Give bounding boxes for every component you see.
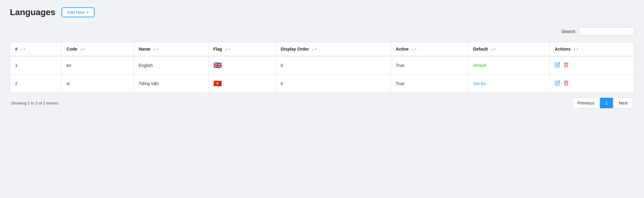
col-header-number: # ▲▼ bbox=[10, 42, 62, 56]
sort-icon-number[interactable]: ▲▼ bbox=[20, 48, 26, 51]
languages-table: # ▲▼ Code ▲▼ Name ▲▼ Flag ▲▼ Display Ord… bbox=[10, 42, 634, 93]
table-row: 1enEnglish🇬🇧0Truedefault bbox=[10, 56, 634, 75]
cell-display-order: 0 bbox=[276, 56, 391, 75]
next-button[interactable]: Next bbox=[614, 98, 633, 108]
cell-flag: 🇬🇧 bbox=[208, 56, 276, 75]
cell-default: default bbox=[468, 56, 550, 75]
sort-icon-active[interactable]: ▲▼ bbox=[411, 48, 417, 51]
col-header-flag: Flag ▲▼ bbox=[208, 42, 276, 56]
cell-active: True bbox=[391, 75, 468, 93]
cell-flag: 🇻🇳 bbox=[208, 75, 276, 93]
edit-icon[interactable] bbox=[555, 62, 560, 69]
col-header-code: Code ▲▼ bbox=[62, 42, 134, 56]
cell-actions bbox=[550, 56, 634, 75]
plus-icon: + bbox=[87, 10, 89, 15]
search-label: Search: bbox=[561, 29, 576, 34]
action-icons bbox=[555, 62, 629, 69]
sort-icon-flag[interactable]: ▲▼ bbox=[224, 48, 231, 51]
set-as-button[interactable]: Set As bbox=[473, 81, 485, 86]
col-header-name: Name ▲▼ bbox=[134, 42, 208, 56]
col-header-default: Default ▲▼ bbox=[468, 42, 550, 56]
action-icons bbox=[555, 80, 629, 87]
cell-number: 2 bbox=[10, 75, 62, 93]
cell-actions bbox=[550, 75, 634, 93]
entries-text: Showing 1 to 2 of 2 entries bbox=[11, 101, 58, 105]
table-footer: Showing 1 to 2 of 2 entries Previous 1 N… bbox=[10, 98, 634, 108]
delete-icon[interactable] bbox=[563, 80, 569, 87]
cell-display-order: 0 bbox=[276, 75, 391, 93]
sort-icon-display-order[interactable]: ▲▼ bbox=[312, 48, 318, 51]
cell-code: vi bbox=[62, 75, 134, 93]
cell-active: True bbox=[391, 56, 468, 75]
search-input[interactable] bbox=[579, 27, 634, 36]
cell-number: 1 bbox=[10, 56, 62, 75]
col-header-actions: Actions ▲▼ bbox=[550, 42, 634, 56]
col-header-active: Active ▲▼ bbox=[391, 42, 468, 56]
sort-icon-actions[interactable]: ▲▼ bbox=[573, 48, 579, 51]
sort-icon-name[interactable]: ▲▼ bbox=[153, 48, 159, 51]
page-header: Languages Add New + bbox=[10, 7, 634, 17]
delete-icon[interactable] bbox=[563, 62, 569, 69]
table-header-row: # ▲▼ Code ▲▼ Name ▲▼ Flag ▲▼ Display Ord… bbox=[10, 42, 634, 56]
search-row: Search: bbox=[10, 25, 634, 38]
flag-icon: 🇻🇳 bbox=[213, 80, 222, 87]
cell-code: en bbox=[62, 56, 134, 75]
cell-name: Tiếng Việt bbox=[134, 75, 208, 93]
default-label: default bbox=[473, 63, 486, 68]
page-1-button[interactable]: 1 bbox=[600, 98, 613, 108]
previous-button[interactable]: Previous bbox=[572, 98, 599, 108]
table-row: 2viTiếng Việt🇻🇳0TrueSet As bbox=[10, 75, 634, 93]
cell-name: English bbox=[134, 56, 208, 75]
sort-icon-code[interactable]: ▲▼ bbox=[80, 48, 86, 51]
cell-default[interactable]: Set As bbox=[468, 75, 550, 93]
add-new-button[interactable]: Add New + bbox=[62, 7, 95, 17]
edit-icon[interactable] bbox=[555, 80, 560, 87]
col-header-display-order: Display Order ▲▼ bbox=[276, 42, 391, 56]
add-new-label: Add New bbox=[67, 10, 85, 15]
pagination: Previous 1 Next bbox=[572, 98, 633, 108]
sort-icon-default[interactable]: ▲▼ bbox=[490, 48, 497, 51]
page-title: Languages bbox=[10, 7, 55, 17]
flag-icon: 🇬🇧 bbox=[213, 61, 222, 69]
